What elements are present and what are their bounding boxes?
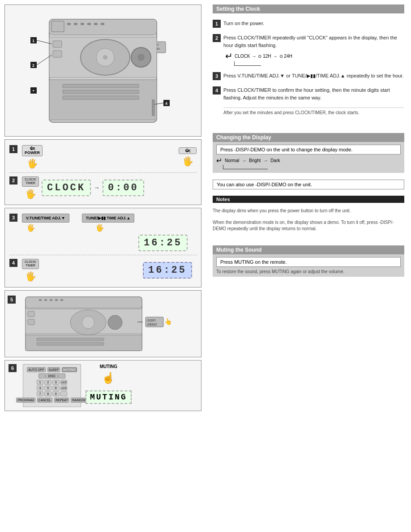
step-badge-5: 5 [8,296,16,304]
device-svg: -DISP/ -DEMO [22,10,184,131]
svg-rect-21 [63,84,139,88]
note-2-text: When the demonstration mode is on, the d… [213,219,404,232]
clock-confirm-btn-illus: CLOCK/ TIMER 🖐 [22,259,39,282]
num-3: 3 [213,72,221,80]
muting-callout: MUTING ☝ MUTING [86,364,132,404]
svg-point-17 [103,55,107,60]
btn-8: 8 [44,391,51,396]
standby-btn-illus: ⏻/| 🖐 [179,147,197,167]
step-1-content: ⏻/| POWER 🖐 ⏻/| 🖐 [22,145,197,169]
step-row-1: 1 ⏻/| POWER 🖐 ⏻/| 🖐 [9,143,197,171]
remote-container: 6 AUTO OFF SLEEP MUTING ← DISC → 1 2 3 [9,364,197,407]
step-row-4: 4 CLOCK/ TIMER 🖐 16:25 [9,257,197,283]
btn-3: 3 [52,380,60,385]
svg-rect-22 [63,90,139,94]
btn-5: 5 [44,386,51,390]
svg-rect-41 [55,299,58,301]
right-column: Setting the Clock 1 Turn on the power. 2… [206,0,411,532]
btn-10plus: ≥10 [60,380,68,385]
muting-lcd-display: MUTING [86,390,132,404]
step-2-content: CLOCK/ TIMER 🖐 CLOCK → 0:00 [22,176,197,199]
btn-2: 2 [44,380,51,385]
power-btn-illus: ⏻/| POWER 🖐 [22,145,43,169]
spacer-1 [213,123,404,128]
flow-arr-2: → [273,54,278,59]
svg-text:👆: 👆 [164,318,172,326]
svg-point-48 [108,315,122,330]
time-confirmed-display: 16:25 [143,262,192,279]
flow-dark: Dark [270,158,280,163]
flow-bright: Bright [249,158,261,163]
device-disp-container: 5 [8,293,198,354]
svg-rect-50 [37,338,104,341]
step-badge-4: 4 [9,259,17,267]
num-1: 1 [213,20,221,28]
section3-gray: Muting the Sound Press MUTING on the rem… [213,245,404,277]
svg-text:4: 4 [165,101,167,106]
spacer-2 [213,236,404,240]
left-column: -DISP/ -DEMO [0,0,206,532]
section-title-muting: Muting the Sound [213,245,404,254]
note-box-disp-text: You can also use -DISP/-DEMO on the unit… [217,182,312,187]
num-2: 2 [213,34,221,42]
auto-off-btn: AUTO OFF [27,367,45,372]
svg-rect-6 [94,23,98,25]
svg-rect-23 [63,96,139,99]
time-display-set: 16:25 [138,235,188,251]
flow-diagram-2: ↵ CLOCK → ⊙ 12H → ⊙ 24H [225,51,404,66]
section-title-display: Changing the Display [213,133,404,142]
btn-7: 7 [37,391,44,396]
svg-rect-51 [37,343,104,345]
remote-number-grid: 1 2 3 ≥10 4 5 6 ≥10 7 8 9 [37,380,68,396]
item-1-text: Turn on the power. [223,20,264,27]
flow-item-12h: ⊙ 12H [258,54,271,59]
disc-btn: ← DISC → [39,373,65,378]
svg-text:2: 2 [32,63,34,68]
power-btn-label: ⏻/| POWER [22,145,43,156]
panel-power: 1 ⏻/| POWER 🖐 ⏻/| 🖐 [4,139,201,205]
remote-illustration: AUTO OFF SLEEP MUTING ← DISC → 1 2 3 ≥10… [23,364,81,407]
tune-up-btn: TUNE/▶▮▮ TIME ADJ.▲ [82,214,135,223]
btn-6b: ≥10 [60,386,68,390]
svg-rect-14 [53,51,62,57]
step-badge-6: 6 [9,364,17,372]
svg-point-47 [82,316,94,329]
standby-btn-label: ⏻/| [179,147,197,154]
note-box-disp: You can also use -DISP/-DEMO on the unit… [213,180,404,189]
step-4-content: CLOCK/ TIMER 🖐 16:25 [22,259,197,282]
muting-display-text: MUTING [86,390,132,404]
btn-1: 1 [37,380,44,385]
tune-buttons-row: V.TUNE/TIME ADJ.▼ 🖐 TUNE/▶▮▮ TIME ADJ.▲ … [22,214,134,232]
flow-return-line [223,165,268,169]
btn-empty [60,391,68,396]
item-2: 2 Press CLOCK/TIMER repeatedly until "CL… [213,34,404,66]
notes-label: Notes [213,196,404,203]
btn-9: 9 [52,391,60,396]
svg-rect-24 [152,100,154,116]
flow-arr-b: → [263,158,268,163]
svg-rect-38 [39,299,42,301]
item-2-content: Press CLOCK/TIMER repeatedly until "CLOC… [223,34,404,66]
disc-row: ← DISC → [39,373,65,378]
muting-instruction-box: Press MUTING on the remote. [216,257,401,267]
step-badge-3: 3 [9,214,17,222]
tune-down-btn: V.TUNE/TIME ADJ.▼ [22,214,69,223]
item-1: 1 Turn on the power. [213,20,404,28]
muting-callout-label: MUTING [100,364,117,369]
section2-gray: Changing the Display Press -DISP/-DEMO o… [213,133,404,173]
time-display-16-25: 16:25 [138,235,188,251]
note-1-text: The display dims when you press the powe… [213,208,404,214]
svg-rect-2 [67,23,71,25]
step-3-content: V.TUNE/TIME ADJ.▼ 🖐 TUNE/▶▮▮ TIME ADJ.▲ … [22,214,197,251]
svg-text:-DISP/: -DISP/ [146,319,156,322]
flow-return [234,61,404,66]
display-instruction-box: Press -DISP/-DEMO on the unit to change … [216,145,401,154]
panel-remote: 6 AUTO OFF SLEEP MUTING ← DISC → 1 2 3 [4,360,201,411]
step-badge-1: 1 [9,145,17,153]
item-4: 4 Press CLOCK/TIMER to confirm the hour … [213,86,404,101]
flow-item-clock: CLOCK [235,54,250,59]
arrow-1: → [94,184,100,191]
section1-note: After you set the minutes and press CLOC… [223,107,404,116]
muting-btn: MUTING [62,367,77,372]
muting-instruction-text: Press MUTING on the remote. [220,259,287,265]
